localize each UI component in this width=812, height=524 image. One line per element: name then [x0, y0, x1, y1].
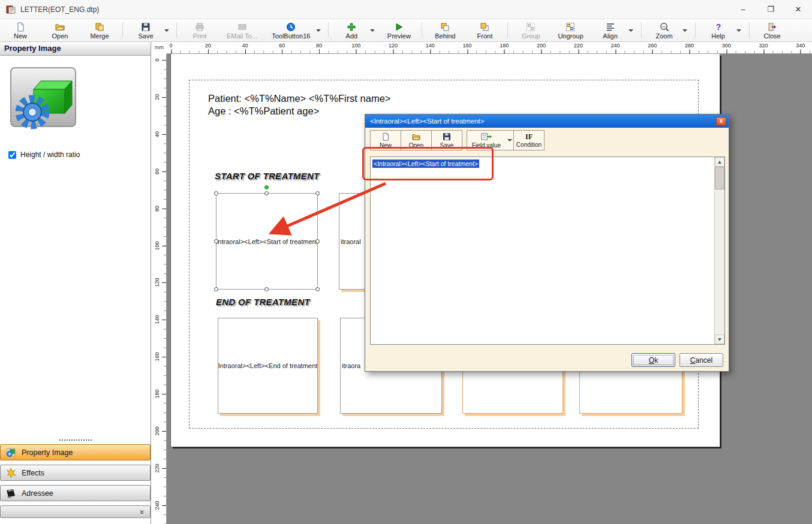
resize-handle[interactable]: [214, 287, 218, 291]
h-ruler-tick: 20: [205, 43, 211, 53]
email-button: EMail To...: [222, 20, 261, 41]
add-dropdown[interactable]: [368, 20, 376, 41]
open-folder-icon: [55, 22, 65, 32]
merge-field-text[interactable]: Patient: <%T%Name> <%T%First name> Age :…: [208, 92, 390, 118]
dialog-close-button[interactable]: x: [716, 117, 726, 126]
h-ruler-tick: 280: [685, 43, 694, 53]
blue-circle-icon: [286, 22, 296, 32]
v-ruler-tick-mark: [162, 134, 166, 135]
patient-line: Patient: <%T%Name> <%T%First name>: [208, 92, 390, 105]
h-ruler-tick: 180: [500, 43, 509, 53]
merge-icon: [95, 22, 104, 32]
field-box-text: <Intraoral><Left><End of treatment>: [218, 362, 317, 369]
sidebar-item-adressee[interactable]: Adressee: [0, 485, 151, 501]
help-dropdown[interactable]: [735, 20, 743, 41]
scroll-up-button[interactable]: [715, 157, 724, 167]
annotation-highlight-rect: [362, 147, 494, 180]
ungroup-button[interactable]: Ungroup: [554, 20, 587, 41]
toolbar-separator: [328, 22, 329, 38]
resize-handle[interactable]: [315, 287, 320, 291]
panel-body: [0, 159, 151, 439]
h-ruler-tick: 260: [648, 43, 657, 53]
double-chevron-down-icon: »: [139, 510, 145, 514]
toolbar-separator: [507, 22, 508, 38]
chevron-down-icon: [507, 139, 512, 141]
cancel-button[interactable]: Cancel: [679, 353, 723, 367]
sidebar-item-property-image[interactable]: Property Image: [0, 444, 151, 460]
add-button[interactable]: Add: [335, 20, 368, 41]
sidebar-item-effects[interactable]: Effects: [0, 465, 151, 481]
v-ruler-tick: 220: [154, 462, 161, 474]
ok-button[interactable]: Ok: [631, 353, 675, 367]
panel-splitter-handle[interactable]: [59, 439, 92, 441]
align-dropdown[interactable]: [627, 20, 635, 41]
toolbutton16-button[interactable]: ToolButton16: [267, 20, 314, 41]
maximize-button[interactable]: ❐: [757, 0, 784, 19]
svg-text:100: 100: [661, 25, 666, 28]
height-width-ratio-checkbox[interactable]: [8, 151, 16, 159]
zoom-dropdown[interactable]: [681, 20, 689, 41]
close-button[interactable]: Close: [756, 20, 789, 41]
align-icon: [606, 22, 615, 32]
v-ruler-tick: 200: [154, 425, 161, 437]
scrollbar-thumb[interactable]: [715, 167, 724, 189]
merge-button[interactable]: Merge: [83, 20, 116, 41]
v-ruler-tick: 180: [154, 388, 161, 400]
more-panels-bar[interactable]: »: [0, 505, 151, 518]
scroll-down-button[interactable]: [715, 335, 724, 344]
v-ruler-tick-mark: [162, 97, 166, 98]
dialog-titlebar[interactable]: <Intraoral><Left><Start of treatment> x: [365, 115, 729, 128]
toolbar-separator: [641, 22, 642, 38]
window-title: LETTER(EOT_ENG.dtp): [20, 5, 99, 14]
plus-icon: [347, 22, 356, 32]
h-ruler-tick: 340: [796, 43, 805, 53]
v-ruler-tick: 20: [154, 91, 161, 103]
panel-title: Property Image: [0, 42, 151, 56]
save-dropdown[interactable]: [163, 20, 170, 41]
app-icon: [6, 5, 16, 14]
dialog-title: <Intraoral><Left><Start of treatment>: [370, 118, 485, 125]
resize-handle[interactable]: [214, 239, 218, 243]
v-ruler-tick: 100: [154, 240, 161, 252]
resize-handle[interactable]: [264, 287, 269, 291]
field-value-dropdown[interactable]: [506, 130, 514, 150]
preview-button[interactable]: Preview: [382, 20, 416, 41]
save-icon: [443, 132, 451, 141]
field-value-icon: [481, 132, 492, 141]
send-behind-icon: [440, 22, 450, 32]
open-button[interactable]: Open: [43, 20, 77, 41]
help-button[interactable]: ? Help: [702, 20, 735, 41]
v-ruler-tick: 40: [154, 128, 161, 140]
save-button[interactable]: Save: [129, 20, 163, 41]
gear-box-image: [6, 63, 83, 141]
align-button[interactable]: Align: [594, 20, 627, 41]
resize-handle[interactable]: [214, 191, 218, 195]
minimize-button[interactable]: –: [729, 0, 757, 19]
window-close-button[interactable]: ✕: [784, 0, 812, 19]
printer-icon: [195, 22, 204, 32]
h-ruler-tick: 320: [759, 43, 768, 53]
play-icon: [394, 22, 404, 32]
h-ruler-tick: 40: [242, 43, 248, 53]
titlebar[interactable]: LETTER(EOT_ENG.dtp) – ❐ ✕: [0, 0, 812, 19]
v-ruler-tick-mark: [162, 394, 166, 394]
front-button[interactable]: Front: [468, 20, 501, 41]
main-toolbar: New Open Merge Save Print EMail To... To…: [0, 19, 812, 42]
field-text-editor[interactable]: <Intraoral><Left><Start of treatment>: [370, 156, 725, 345]
behind-button[interactable]: Behind: [428, 20, 462, 41]
new-button[interactable]: New: [4, 20, 37, 41]
if-condition-button[interactable]: IF Condition: [513, 130, 545, 150]
toolbar-separator: [176, 22, 177, 38]
group-icon: [526, 22, 536, 32]
v-ruler-tick-mark: [162, 171, 166, 172]
field-box-end-left[interactable]: <Intraoral><Left><End of treatment>: [218, 318, 318, 414]
toolbutton16-dropdown[interactable]: [314, 20, 322, 41]
end-of-treatment-heading[interactable]: END OF TREATMENT: [216, 297, 310, 307]
zoom-button[interactable]: 100 Zoom: [648, 20, 681, 41]
bring-front-icon: [480, 22, 489, 32]
field-box-text: itraora: [342, 362, 360, 369]
v-ruler-tick-mark: [162, 246, 166, 246]
vertical-scrollbar[interactable]: [714, 157, 724, 344]
v-ruler-tick-mark: [162, 431, 166, 432]
toolbar-separator: [122, 22, 123, 38]
